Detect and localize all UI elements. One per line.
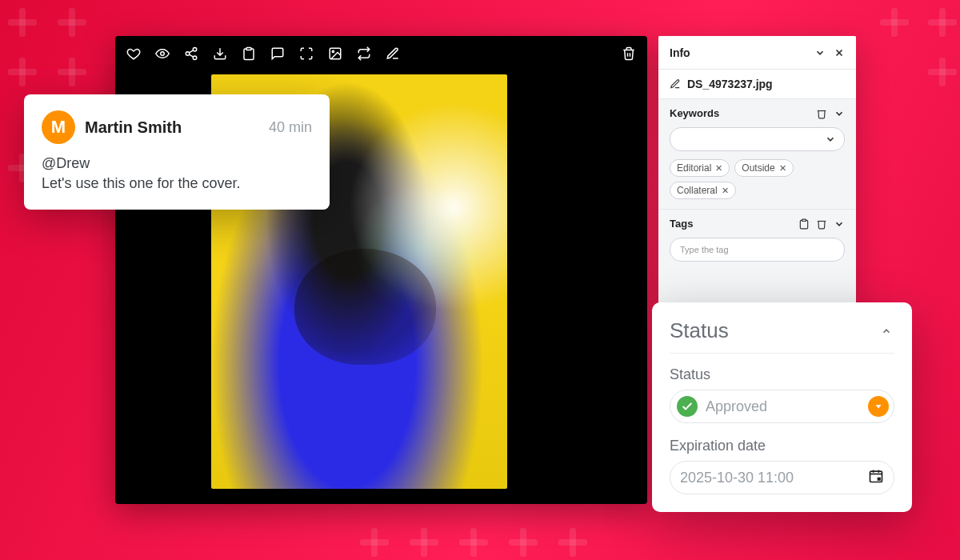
trash-icon[interactable]	[816, 218, 827, 230]
comment-body: Let's use this one for the cover.	[42, 175, 312, 192]
expiration-label: Expiration date	[670, 438, 894, 454]
chevron-down-icon[interactable]	[834, 108, 845, 119]
status-field-label: Status	[670, 366, 894, 383]
tags-placeholder: Type the tag	[680, 245, 729, 254]
svg-rect-9	[802, 219, 806, 221]
calendar-icon[interactable]	[868, 468, 884, 487]
favorite-icon[interactable]	[126, 46, 141, 61]
chevron-down-icon[interactable]	[834, 218, 845, 230]
asset-toolbar	[115, 36, 647, 71]
chip-remove-icon[interactable]: ✕	[722, 186, 729, 196]
avatar: M	[42, 110, 75, 144]
share-icon[interactable]	[184, 46, 198, 61]
keywords-section: Keywords Editorial✕ Outside✕ Collateral✕	[658, 99, 856, 209]
tags-section: Tags Type the tag	[658, 209, 856, 271]
status-card: Status Status Approved Expiration date 2…	[652, 302, 912, 512]
svg-rect-4	[246, 48, 251, 50]
info-panel: Info DS_4973237.jpg Keywords Editorial✕ …	[658, 36, 856, 308]
filename-text: DS_4973237.jpg	[687, 78, 773, 90]
section-title-keywords: Keywords	[670, 107, 719, 119]
fullscreen-icon[interactable]	[299, 46, 314, 61]
chevron-down-icon[interactable]	[814, 47, 826, 58]
svg-point-0	[161, 52, 165, 56]
keyword-chip[interactable]: Outside✕	[734, 159, 793, 177]
keyword-chips: Editorial✕ Outside✕ Collateral✕	[670, 159, 845, 199]
filename-row: DS_4973237.jpg	[658, 70, 856, 99]
section-title-tags: Tags	[670, 218, 693, 230]
trash-icon[interactable]	[816, 108, 827, 119]
preview-icon[interactable]	[155, 46, 170, 61]
image-icon[interactable]	[328, 46, 342, 61]
info-panel-header: Info	[658, 36, 856, 70]
info-panel-title: Info	[670, 46, 690, 59]
chevron-up-icon[interactable]	[878, 323, 894, 339]
svg-marker-10	[876, 405, 882, 409]
status-value: Approved	[706, 398, 860, 415]
keyword-chip[interactable]: Editorial✕	[670, 159, 730, 177]
svg-point-1	[193, 48, 197, 52]
delete-icon[interactable]	[622, 46, 636, 61]
svg-point-6	[332, 50, 334, 52]
comment-card: M Martin Smith 40 min @Drew Let's use th…	[24, 94, 330, 210]
svg-point-3	[193, 56, 197, 60]
status-select[interactable]: Approved	[670, 390, 894, 423]
chevron-down-icon	[825, 134, 836, 145]
close-icon[interactable]	[834, 47, 845, 58]
expiration-input[interactable]: 2025-10-30 11:00	[670, 461, 894, 494]
caret-down-icon[interactable]	[868, 396, 889, 417]
tags-input[interactable]: Type the tag	[670, 238, 845, 262]
comment-mention: @Drew	[42, 155, 312, 172]
comment-icon[interactable]	[270, 46, 285, 61]
pencil-icon[interactable]	[670, 78, 681, 90]
keyword-chip[interactable]: Collateral✕	[670, 182, 736, 199]
clipboard-icon[interactable]	[798, 218, 810, 230]
download-icon[interactable]	[213, 46, 227, 61]
expiration-value: 2025-10-30 11:00	[680, 470, 860, 486]
comment-time: 40 min	[269, 119, 312, 136]
status-card-title: Status	[670, 318, 729, 343]
svg-point-2	[186, 52, 190, 56]
comment-author: Martin Smith	[85, 118, 259, 137]
clipboard-icon[interactable]	[242, 46, 256, 61]
edit-icon[interactable]	[386, 46, 400, 61]
svg-rect-15	[878, 478, 881, 481]
chip-remove-icon[interactable]: ✕	[715, 163, 722, 174]
check-circle-icon	[677, 396, 698, 417]
chip-remove-icon[interactable]: ✕	[779, 163, 786, 174]
swap-icon[interactable]	[357, 46, 371, 61]
keywords-dropdown[interactable]	[670, 127, 845, 151]
